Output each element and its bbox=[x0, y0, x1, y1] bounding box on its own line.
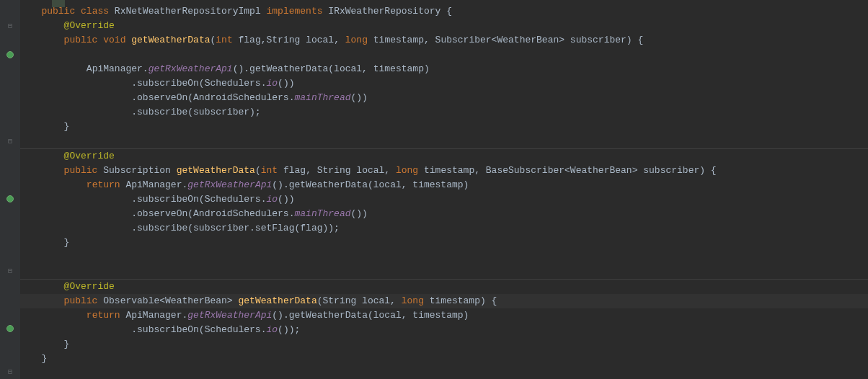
gutter-row: ⊟ bbox=[0, 264, 20, 278]
code-line[interactable]: .subscribeOn(Schedulers.io()); bbox=[20, 323, 868, 337]
code-area[interactable]: * public class RxNetWeatherRepositoryImp… bbox=[20, 0, 868, 379]
code-line[interactable] bbox=[20, 264, 868, 279]
gutter-row bbox=[0, 177, 20, 192]
gutter-row: ⊟ bbox=[0, 134, 20, 148]
code-line[interactable]: ApiManager.getRxWeatherApi().getWeatherD… bbox=[20, 62, 868, 76]
gutter: ⊟ ⊟ ⊟ ⊟ ⊟ bbox=[0, 0, 20, 379]
modified-asterisk: * bbox=[56, 0, 61, 5]
code-line[interactable]: return ApiManager.getRxWeatherApi().getW… bbox=[20, 178, 868, 192]
code-line[interactable]: .subscribeOn(Schedulers.io()) bbox=[20, 192, 868, 207]
gutter-row bbox=[0, 105, 20, 120]
gutter-row: ⊟ bbox=[0, 365, 20, 379]
code-line[interactable]: .observeOn(AndroidSchedulers.mainThread(… bbox=[20, 91, 868, 105]
code-line-highlighted[interactable]: public Observable<WeatherBean> getWeathe… bbox=[20, 294, 868, 308]
gutter-row bbox=[0, 278, 20, 293]
gutter-row bbox=[0, 91, 20, 105]
gutter-row bbox=[0, 206, 20, 220]
code-line[interactable]: @Override bbox=[20, 19, 868, 33]
gutter-row bbox=[0, 76, 20, 91]
fold-icon[interactable]: ⊟ bbox=[8, 137, 12, 146]
gutter-row bbox=[0, 33, 20, 48]
gutter-row bbox=[0, 148, 20, 163]
code-editor[interactable]: ⊟ ⊟ ⊟ ⊟ ⊟ * public class RxNetWeatherRep… bbox=[0, 0, 868, 379]
code-line[interactable]: return ApiManager.getRxWeatherApi().getW… bbox=[20, 308, 868, 323]
gutter-row bbox=[0, 4, 20, 19]
code-line[interactable]: } bbox=[20, 236, 868, 250]
code-line[interactable]: } bbox=[20, 352, 868, 366]
gutter-row bbox=[0, 249, 20, 264]
gutter-row bbox=[0, 307, 20, 321]
gutter-row bbox=[0, 48, 20, 62]
code-line[interactable]: .subscribe(subscriber.setFlag(flag)); bbox=[20, 221, 868, 236]
code-line[interactable]: .subscribeOn(Schedulers.io()) bbox=[20, 76, 868, 91]
gutter-row bbox=[0, 62, 20, 76]
fold-icon[interactable]: ⊟ bbox=[8, 267, 12, 275]
gutter-row bbox=[0, 120, 20, 134]
code-line[interactable]: @Override bbox=[20, 280, 868, 294]
gutter-row bbox=[0, 220, 20, 235]
gutter-row: ⊟ bbox=[0, 19, 20, 33]
override-indicator-icon[interactable] bbox=[6, 325, 14, 332]
code-line[interactable] bbox=[20, 250, 868, 264]
gutter-row bbox=[0, 235, 20, 249]
code-line[interactable]: @Override bbox=[20, 149, 868, 164]
code-line[interactable]: } bbox=[20, 337, 868, 352]
code-line[interactable]: public Subscription getWeatherData(int f… bbox=[20, 164, 868, 178]
code-line[interactable]: } bbox=[20, 120, 868, 134]
code-line[interactable] bbox=[20, 134, 868, 148]
fold-icon[interactable]: ⊟ bbox=[8, 367, 12, 376]
code-line[interactable]: .observeOn(AndroidSchedulers.mainThread(… bbox=[20, 207, 868, 221]
override-indicator-icon[interactable] bbox=[6, 51, 14, 58]
code-line[interactable] bbox=[20, 48, 868, 62]
gutter-row bbox=[0, 163, 20, 177]
override-indicator-icon[interactable] bbox=[6, 195, 14, 202]
code-line[interactable]: public void getWeatherData(int flag,Stri… bbox=[20, 33, 868, 48]
gutter-row bbox=[0, 350, 20, 365]
gutter-row bbox=[0, 192, 20, 206]
fold-icon[interactable]: ⊟ bbox=[8, 22, 12, 30]
code-line[interactable]: .subscribe(subscriber); bbox=[20, 105, 868, 120]
gutter-row bbox=[0, 336, 20, 350]
gutter-row bbox=[0, 293, 20, 307]
gutter-row bbox=[0, 321, 20, 336]
code-line[interactable]: public class RxNetWeatherRepositoryImpl … bbox=[20, 4, 868, 19]
